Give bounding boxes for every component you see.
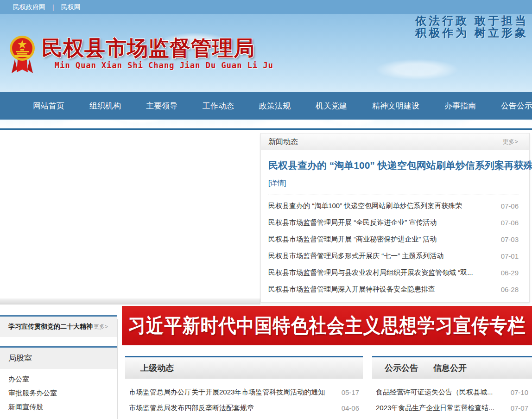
header-divider-line xyxy=(0,128,532,130)
banner-text: 习近平新时代中国特色社会主义思想学习宣传专栏 xyxy=(128,312,526,339)
site-title-pinyin: Min Quan Xian Shi Chang Jian Du Guan Li … xyxy=(55,61,273,70)
news-list-item[interactable]: 民权县市场监督管理局开展 “商业秘密保护进企业” 活动 07-03 xyxy=(268,231,519,248)
superior-item-date: 05-17 xyxy=(342,388,359,396)
tab-information-disclosure[interactable]: 信息公开 xyxy=(433,362,467,374)
news-detail-link[interactable]: [详情] xyxy=(268,179,519,188)
notice-item-date: 07-07 xyxy=(511,404,528,412)
news-item-date: 07-01 xyxy=(501,252,519,260)
superior-news-panel: 上级动态 市场监管总局办公厅关于开展2023年市场监管科技周活动的通知 05-1… xyxy=(125,356,363,419)
sidebar-item-news-publicity[interactable]: 新闻宣传股 xyxy=(0,400,117,414)
nav-item-civilization[interactable]: 精神文明建设 xyxy=(360,101,432,111)
news-dotted-divider xyxy=(268,195,519,195)
news-headline-link[interactable]: 民权县查办的 “淘单100” 快递空包网站刷单炒信系列案再获殊荣 xyxy=(268,159,519,172)
news-item-title[interactable]: 民权县查办的 “淘单100” 快递空包网站刷单炒信系列案再获殊荣 xyxy=(268,202,462,210)
nav-item-party-building[interactable]: 机关党建 xyxy=(303,101,360,111)
main-nav: 网站首页 组织机构 主要领导 工作动态 政策法规 机关党建 精神文明建设 办事指… xyxy=(0,92,532,120)
sidebar-20th-congress-title[interactable]: 学习宣传贯彻党的二十大精神 xyxy=(8,323,93,331)
sidebar-20th-congress-box: 学习宣传贯彻党的二十大精神 更多> xyxy=(0,315,117,337)
news-item-date: 07-03 xyxy=(501,235,519,243)
notice-panel-header: 公示公告 信息公开 xyxy=(372,357,532,379)
news-item-title[interactable]: 民权县市场监督管理局与县农业农村局组织开展农资监管领域 “双... xyxy=(268,268,473,277)
news-list-item[interactable]: 民权县市场监督管理局多形式开展庆 “七一” 主题系列活动 07-01 xyxy=(268,248,519,264)
nav-item-leaders[interactable]: 主要领导 xyxy=(133,101,190,111)
news-list-item[interactable]: 民权县市场监督管理局开展 “全民反诈进企业” 宣传活动 07-06 xyxy=(268,214,519,231)
sidebar-right-divider xyxy=(117,319,118,419)
xi-thought-special-column-banner[interactable]: 习近平新时代中国特色社会主义思想学习宣传专栏 xyxy=(122,306,532,345)
notice-item[interactable]: 2023年食品生产企业日常监督检查结... 07-07 xyxy=(372,400,532,416)
slogan-line-2: 积极作为 树立形象 xyxy=(415,27,528,39)
news-item-date: 07-06 xyxy=(501,202,519,210)
sidebar-item-office[interactable]: 办公室 xyxy=(0,372,117,386)
news-list: 民权县查办的 “淘单100” 快递空包网站刷单炒信系列案再获殊荣 07-06 民… xyxy=(268,197,519,298)
nav-item-policies[interactable]: 政策法规 xyxy=(247,101,303,111)
news-item-date: 07-06 xyxy=(501,219,519,227)
nav-item-home[interactable]: 网站首页 xyxy=(20,101,77,111)
news-item-title[interactable]: 民权县市场监督管理局多形式开展庆 “七一” 主题系列活动 xyxy=(268,252,443,260)
notice-item-date: 07-10 xyxy=(511,388,528,396)
sidebar-item-approval-service-office[interactable]: 审批服务办公室 xyxy=(0,386,117,400)
topbar: 民权政府网｜民权网 xyxy=(0,0,532,14)
news-item-title[interactable]: 民权县市场监督管理局深入开展特种设备安全隐患排查 xyxy=(268,285,435,294)
superior-item-date: 04-06 xyxy=(342,404,359,412)
news-item-date: 06-29 xyxy=(501,269,519,277)
nav-item-announcements[interactable]: 公告公示 xyxy=(488,101,532,111)
news-list-item[interactable]: 民权县市场监督管理局与县农业农村局组织开展农资监管领域 “双... 06-29 xyxy=(268,264,519,281)
topbar-separator: ｜ xyxy=(50,3,57,11)
news-panel-body: 民权县查办的 “淘单100” 快递空包网站刷单炒信系列案再获殊荣 [详情] 民权… xyxy=(261,159,529,298)
national-emblem-icon xyxy=(9,32,35,76)
topbar-link-gov[interactable]: 民权政府网 xyxy=(13,3,45,11)
superior-news-item[interactable]: 市场监管总局发布四部反垄断法配套规章 04-06 xyxy=(125,400,363,416)
notice-panel: 公示公告 信息公开 食品经营许可证遗失公告（民权县城... 07-10 2023… xyxy=(372,356,532,419)
notice-item[interactable]: 食品经营许可证遗失公告（民权县城... 07-10 xyxy=(372,384,532,400)
header-slogan: 依法行政 敢于担当 积极作为 树立形象 xyxy=(415,15,528,39)
nav-item-service-guide[interactable]: 办事指南 xyxy=(432,101,488,111)
sidebar-departments-list: 办公室 审批服务办公室 新闻宣传股 xyxy=(0,372,117,414)
tab-public-notices[interactable]: 公示公告 xyxy=(385,362,418,374)
site-title: 民权县市场监督管理局 xyxy=(42,34,255,62)
superior-item-title[interactable]: 市场监管总局办公厅关于开展2023年市场监管科技周活动的通知 xyxy=(129,388,325,397)
news-item-date: 06-28 xyxy=(501,286,519,293)
news-list-item[interactable]: 民权县市场监督管理局深入开展特种设备安全隐患排查 06-28 xyxy=(268,281,519,298)
news-item-title[interactable]: 民权县市场监督管理局开展 “商业秘密保护进企业” 活动 xyxy=(268,235,437,244)
nav-item-work-news[interactable]: 工作动态 xyxy=(190,101,247,111)
nav-item-organization[interactable]: 组织机构 xyxy=(77,101,133,111)
sidebar-more-link[interactable]: 更多> xyxy=(94,323,108,331)
slogan-line-1: 依法行政 敢于担当 xyxy=(415,15,528,27)
notice-item-title[interactable]: 食品经营许可证遗失公告（民权县城... xyxy=(376,388,493,397)
news-panel-header: 新闻动态 更多> xyxy=(261,133,529,150)
news-list-item[interactable]: 民权县查办的 “淘单100” 快递空包网站刷单炒信系列案再获殊荣 07-06 xyxy=(268,197,519,214)
topbar-link-minquan[interactable]: 民权网 xyxy=(61,3,81,11)
carousel-pager-strip xyxy=(0,298,260,305)
page: 民权政府网｜民权网 民权县市场监督管理局 Min Quan Xian Shi C… xyxy=(0,0,532,419)
superior-news-title[interactable]: 上级动态 xyxy=(140,362,174,374)
news-panel-title: 新闻动态 xyxy=(268,137,298,147)
superior-news-list: 市场监管总局办公厅关于开展2023年市场监管科技周活动的通知 05-17 市场监… xyxy=(125,379,363,416)
superior-news-item[interactable]: 市场监管总局办公厅关于开展2023年市场监管科技周活动的通知 05-17 xyxy=(125,384,363,400)
news-panel: 新闻动态 更多> 民权县查办的 “淘单100” 快递空包网站刷单炒信系列案再获殊… xyxy=(260,133,530,303)
news-item-title[interactable]: 民权县市场监督管理局开展 “全民反诈进企业” 宣传活动 xyxy=(268,218,437,227)
sidebar-departments-header: 局股室 xyxy=(0,346,117,369)
superior-item-title[interactable]: 市场监管总局发布四部反垄断法配套规章 xyxy=(129,404,254,413)
notice-list: 食品经营许可证遗失公告（民权县城... 07-10 2023年食品生产企业日常监… xyxy=(372,379,532,416)
news-more-link[interactable]: 更多> xyxy=(502,138,518,146)
notice-item-title[interactable]: 2023年食品生产企业日常监督检查结... xyxy=(376,404,494,413)
superior-news-header: 上级动态 xyxy=(125,357,363,379)
